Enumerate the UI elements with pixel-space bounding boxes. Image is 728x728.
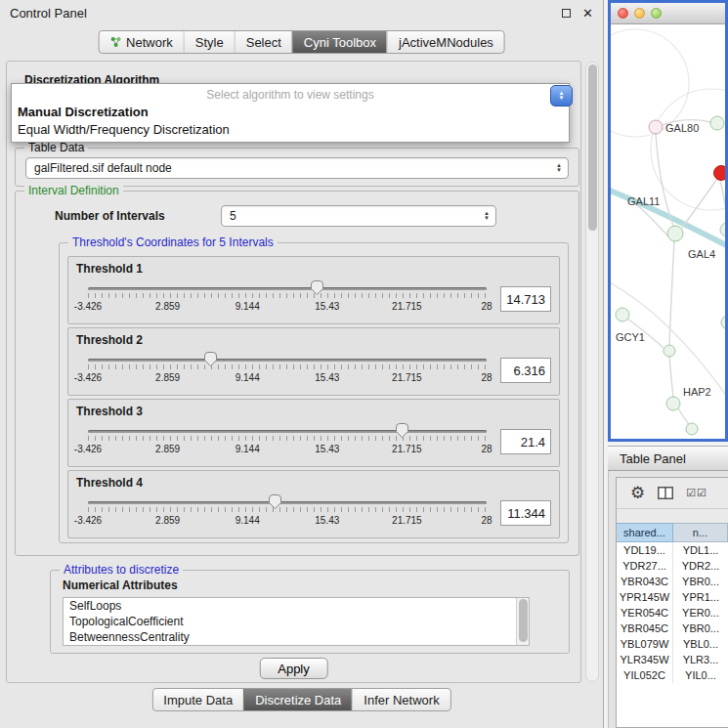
threshold-slider[interactable]: -3.426 2.859 9.144 15.43 21.715 28 xyxy=(88,492,487,535)
slider-track[interactable] xyxy=(88,430,487,433)
tab-style[interactable]: Style xyxy=(184,31,235,53)
table-cell: YER054C xyxy=(617,605,673,621)
node[interactable] xyxy=(720,223,725,236)
node-selected-red[interactable] xyxy=(714,166,726,181)
table-data-group: Table Data galFiltered.sif default node … xyxy=(15,148,579,187)
control-panel-titlebar: Control Panel ✕ xyxy=(0,0,603,25)
table-header-row: shared... n... xyxy=(617,523,728,542)
threshold-value-field[interactable]: 6.316 xyxy=(500,358,551,383)
interval-definition-group: Interval Definition Number of Intervals … xyxy=(15,191,579,556)
threshold-slider[interactable]: -3.426 2.859 9.144 15.43 21.715 28 xyxy=(88,420,487,463)
table-rows: YDL19...YDL1... YDR27...YDR2... YBR043CY… xyxy=(617,542,728,727)
table-data-value: galFiltered.sif default node xyxy=(26,161,172,175)
tab-label: Style xyxy=(195,35,224,50)
network-edges xyxy=(611,29,725,426)
table-cell: YDL19... xyxy=(617,542,673,558)
algorithm-option-equal-width[interactable]: Equal Width/Frequency Discretization xyxy=(12,121,569,139)
control-panel-scrollbar[interactable] xyxy=(585,62,599,682)
scrollbar-thumb[interactable] xyxy=(519,599,528,642)
number-of-intervals-combobox[interactable]: 5 ▲▼ xyxy=(221,205,496,227)
table-row[interactable]: YLR345WYLR3... xyxy=(617,652,728,667)
list-item[interactable]: SelfLoops xyxy=(64,598,529,614)
network-graph: GAL80 GAL11 GAL4 GCY1 HAP2 xyxy=(611,24,725,439)
threshold-slider[interactable]: -3.426 2.859 9.144 15.43 21.715 28 xyxy=(88,349,487,392)
network-canvas[interactable]: GAL80 GAL11 GAL4 GCY1 HAP2 xyxy=(611,24,725,439)
tab-network[interactable]: Network xyxy=(99,31,184,53)
tab-impute-data[interactable]: Impute Data xyxy=(152,689,243,710)
threshold-value-field[interactable]: 21.4 xyxy=(500,429,551,454)
table-row[interactable]: YDR27...YDR2... xyxy=(617,558,728,574)
table-cell: YBR045C xyxy=(617,621,673,636)
node-gal80[interactable] xyxy=(649,120,663,134)
table-data-combobox[interactable]: galFiltered.sif default node ▲▼ xyxy=(25,157,569,179)
algorithm-option-manual[interactable]: Manual Discretization xyxy=(12,104,569,121)
network-icon xyxy=(109,36,121,48)
table-cell: YER0... xyxy=(673,605,728,621)
column-header-shared-name[interactable]: shared... xyxy=(617,523,673,542)
number-of-intervals-value: 5 xyxy=(222,209,236,223)
numerical-attributes-label: Numerical Attributes xyxy=(63,578,178,592)
minimize-traffic-light-icon[interactable] xyxy=(634,8,645,19)
algorithm-combo-button[interactable]: ▲▼ xyxy=(550,85,573,107)
node[interactable] xyxy=(686,423,698,435)
combo-stepper-icon[interactable]: ▲▼ xyxy=(478,206,495,226)
table-row[interactable]: YBR043CYBR0... xyxy=(617,574,728,589)
node-hap2[interactable] xyxy=(666,397,680,410)
list-item[interactable]: BetweennessCentrality xyxy=(64,629,529,645)
node-label: GAL80 xyxy=(665,122,699,134)
table-row[interactable]: YIL052CYIL0... xyxy=(617,667,728,683)
node-label: GAL4 xyxy=(688,248,715,260)
threshold-value-field[interactable]: 11.344 xyxy=(500,500,551,526)
top-tab-bar: Network Style Select Cyni Toolbox jActiv… xyxy=(98,30,505,54)
node[interactable] xyxy=(721,316,725,329)
list-item[interactable]: TopologicalCoefficient xyxy=(64,614,529,629)
attributes-group: Attributes to discretize Numerical Attri… xyxy=(50,570,570,654)
table-panel-body: ⚙ ☑☑ shared... n... YDL19...YDL1... YDR2… xyxy=(608,471,728,728)
slider-track[interactable] xyxy=(88,501,487,504)
axis-label: 2.859 xyxy=(155,372,180,383)
tab-label: Discretize Data xyxy=(255,693,341,707)
axis-label: 28 xyxy=(481,444,492,454)
float-window-icon[interactable] xyxy=(562,9,571,18)
columns-icon[interactable] xyxy=(658,487,673,499)
tab-cyni-toolbox[interactable]: Cyni Toolbox xyxy=(292,31,387,53)
network-view-window: GAL80 GAL11 GAL4 GCY1 HAP2 xyxy=(608,0,728,442)
tab-select[interactable]: Select xyxy=(235,31,292,53)
combo-stepper-icon[interactable]: ▲▼ xyxy=(550,158,568,178)
titlebar-controls: ✕ xyxy=(562,7,593,20)
close-traffic-light-icon[interactable] xyxy=(618,8,628,19)
table-row[interactable]: YBR045CYBR0... xyxy=(617,621,728,636)
zoom-traffic-light-icon[interactable] xyxy=(651,8,662,19)
close-icon[interactable]: ✕ xyxy=(582,7,593,20)
table-row[interactable]: YER054CYER0... xyxy=(617,605,728,621)
tab-discretize-data[interactable]: Discretize Data xyxy=(243,689,352,710)
table-row[interactable]: YDL19...YDL1... xyxy=(617,542,728,558)
threshold-value-field[interactable]: 14.713 xyxy=(500,286,551,312)
node-gcy1[interactable] xyxy=(616,308,629,321)
threshold-panel: Threshold 3 -3.426 2.859 9.144 15.43 21.… xyxy=(67,399,560,467)
node-labels: GAL80 GAL11 GAL4 GCY1 HAP2 xyxy=(616,122,715,398)
slider-track[interactable] xyxy=(88,359,487,362)
table-row[interactable]: YBL079WYBL0... xyxy=(617,636,728,652)
table-row[interactable]: YPR145WYPR1... xyxy=(617,589,728,605)
tab-jactivemnodules[interactable]: jActiveMNodules xyxy=(387,31,504,53)
threshold-slider[interactable]: -3.426 2.859 9.144 15.43 21.715 28 xyxy=(88,278,487,321)
bottom-tab-bar: Impute Data Discretize Data Infer Networ… xyxy=(151,688,450,711)
thresholds-group: Threshold's Coordinates for 5 Intervals … xyxy=(59,242,569,543)
gear-icon[interactable]: ⚙ xyxy=(630,485,645,501)
axis-label: 28 xyxy=(481,301,492,312)
table-window: ⚙ ☑☑ shared... n... YDL19...YDL1... YDR2… xyxy=(616,477,728,728)
node-gal4[interactable] xyxy=(667,226,683,241)
table-cell: YBR0... xyxy=(673,621,728,636)
tab-infer-network[interactable]: Infer Network xyxy=(352,689,450,710)
list-scrollbar[interactable] xyxy=(516,598,529,645)
select-columns-icon[interactable]: ☑☑ xyxy=(686,487,707,499)
apply-button[interactable]: Apply xyxy=(259,658,328,679)
column-header-name[interactable]: n... xyxy=(673,523,728,542)
table-cell: YDR2... xyxy=(673,558,728,574)
slider-track[interactable] xyxy=(88,287,487,290)
scrollbar-thumb[interactable] xyxy=(588,64,597,231)
node[interactable] xyxy=(710,116,724,130)
control-panel-window: Control Panel ✕ Network Style Select Cyn… xyxy=(0,0,604,728)
node[interactable] xyxy=(664,345,675,357)
